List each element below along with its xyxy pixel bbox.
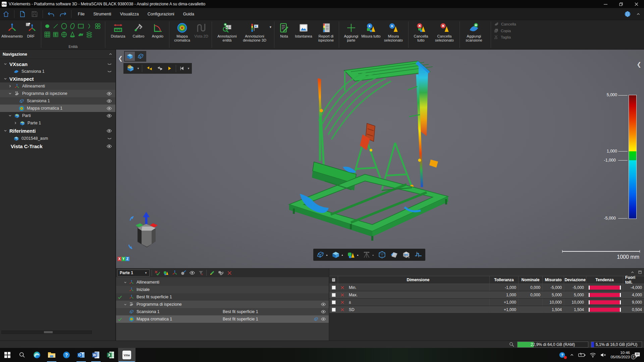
- flip-views-button[interactable]: [155, 64, 165, 73]
- previous-views-button[interactable]: [145, 64, 154, 73]
- annotations-dropdown-caret[interactable]: ▼: [269, 25, 272, 29]
- cancella-tutto-button[interactable]: Cancella tutto: [411, 21, 431, 42]
- session-state-icon[interactable]: [107, 69, 112, 74]
- cone-entity-icon[interactable]: [68, 31, 76, 39]
- parts-visibility-button[interactable]: ▲: [331, 250, 343, 259]
- sidebar-item-vxscan[interactable]: VXscan: [0, 60, 115, 68]
- eye-icon[interactable]: [106, 98, 112, 104]
- clipping-plane-button[interactable]: [390, 250, 398, 259]
- vxelements-taskbar-icon[interactable]: VXe: [118, 348, 136, 362]
- filter-button[interactable]: [198, 269, 204, 276]
- report-ispezione-button[interactable]: Report di ispezione: [315, 21, 337, 42]
- cancella-edit-button[interactable]: Cancella: [494, 21, 516, 27]
- home-icon[interactable]: [1, 10, 11, 18]
- online-globe-icon[interactable]: [624, 10, 631, 18]
- link-entity-button[interactable]: [217, 269, 224, 276]
- new-document-icon[interactable]: [17, 10, 28, 18]
- angolo-button[interactable]: Angolo: [148, 21, 167, 38]
- cross-section-button[interactable]: [402, 250, 411, 259]
- annotazioni-entita-button[interactable]: Annotazioni entità: [214, 21, 240, 42]
- tree-item-mappa-cromatica[interactable]: Mappa cromatica 1 Best fit superficie 1: [116, 315, 329, 323]
- sphere-entity-icon[interactable]: [60, 31, 68, 39]
- save-icon[interactable]: [30, 10, 40, 18]
- sidebar-item-mappa-cromatica[interactable]: Mappa cromatica 1: [0, 105, 115, 112]
- tray-help-icon[interactable]: ?: [559, 352, 566, 358]
- help-taskbar-icon[interactable]: ?: [59, 348, 74, 362]
- standard-view-button[interactable]: [125, 64, 136, 73]
- curve-entity-icon[interactable]: [85, 22, 93, 30]
- eye-icon[interactable]: [321, 309, 326, 314]
- menu-configurazioni[interactable]: Configurazioni: [143, 10, 179, 18]
- sidebar-item-vista-ctrack[interactable]: Vista C-Track: [0, 142, 115, 150]
- row-checkbox[interactable]: [332, 308, 336, 312]
- eye-icon[interactable]: [321, 302, 326, 307]
- tab-part-view[interactable]: [125, 52, 135, 61]
- pattern-entity-icon[interactable]: [94, 22, 102, 30]
- first-view-button[interactable]: [178, 64, 186, 73]
- ellipse-entity-icon[interactable]: [68, 22, 76, 30]
- table-row-plusminus[interactable]: ± +1,000 10,000 10,000 9,000: [329, 299, 644, 306]
- row-checkbox[interactable]: [332, 300, 336, 304]
- cylinder-entity-icon[interactable]: [52, 31, 60, 39]
- next-view-button[interactable]: [166, 64, 173, 73]
- allineamento-button[interactable]: Allineamento: [1, 21, 23, 38]
- tree-item-iniziale[interactable]: Iniziale: [116, 286, 329, 293]
- tray-expand-icon[interactable]: [570, 353, 574, 357]
- tree-item-scansiona1[interactable]: Scansiona 1 Best fit superficie 1: [116, 308, 329, 315]
- edge-taskbar-icon[interactable]: [30, 348, 44, 362]
- taskbar-search-button[interactable]: [15, 348, 30, 362]
- session-state-icon[interactable]: [107, 62, 112, 67]
- zoom-status-icon[interactable]: [509, 342, 515, 347]
- mappa-cromatica-button[interactable]: Mappa cromatica: [171, 21, 193, 42]
- outlook-taskbar-icon[interactable]: O: [74, 348, 89, 362]
- menu-file[interactable]: File: [73, 10, 89, 18]
- eye-icon[interactable]: [106, 106, 112, 111]
- collapse-right-panel-icon[interactable]: ❮: [637, 61, 641, 68]
- misura-tutto-button[interactable]: Misura tutto: [361, 21, 381, 38]
- aggiungi-parte-button[interactable]: Aggiungi parte: [341, 21, 361, 42]
- sidebar-item-parte1[interactable]: Parte 1: [0, 119, 115, 127]
- sidebar-item-programma-ispezione[interactable]: Programma di ispezione: [0, 90, 115, 97]
- nota-button[interactable]: Nota: [276, 21, 292, 38]
- file-explorer-taskbar-icon[interactable]: [44, 348, 59, 362]
- eye-icon[interactable]: [321, 316, 326, 322]
- cross-section-entity-icon[interactable]: [85, 31, 93, 39]
- eye-icon[interactable]: [106, 113, 112, 119]
- taskbar-clock[interactable]: 10:46 05/05/2023: [610, 351, 630, 359]
- sidebar-item-vxinspect[interactable]: VXinspect: [0, 75, 115, 82]
- navigation-cube[interactable]: [123, 210, 170, 264]
- istantanea-button[interactable]: Istantanea: [292, 21, 315, 38]
- maximize-table-icon[interactable]: [638, 270, 642, 274]
- table-list-icon[interactable]: [329, 276, 338, 284]
- sidebar-scrollbar[interactable]: [1, 330, 92, 334]
- session-state-icon[interactable]: [107, 136, 112, 141]
- table-row-sd[interactable]: SD +1,000 1,504 1,504 0,504: [329, 306, 644, 313]
- minimize-button[interactable]: [598, 0, 613, 8]
- delete-item-button[interactable]: [226, 269, 233, 276]
- redo-icon[interactable]: [58, 10, 68, 18]
- drf-button[interactable]: DRF: [23, 21, 39, 38]
- excel-taskbar-icon[interactable]: X: [103, 348, 118, 362]
- visibility-button[interactable]: [189, 269, 196, 276]
- eye-icon[interactable]: [106, 143, 112, 149]
- annotazioni-deviazione-button[interactable]: Annotazioni deviazione 3D: [240, 21, 269, 42]
- tree-item-best-fit[interactable]: Best fit superficie 1: [116, 293, 329, 301]
- point-entity-icon[interactable]: [43, 22, 51, 30]
- line-entity-icon[interactable]: [52, 22, 60, 30]
- wifi-icon[interactable]: [590, 352, 596, 358]
- entity-display-button[interactable]: [163, 269, 169, 276]
- bounding-box-button[interactable]: [378, 250, 386, 259]
- collapse-table-icon[interactable]: [630, 270, 635, 275]
- rectangle-entity-icon[interactable]: [77, 22, 85, 30]
- section-profile-button[interactable]: [414, 250, 423, 259]
- 3d-viewport[interactable]: ❮ ❮ ▼: [116, 50, 644, 268]
- circle-entity-icon[interactable]: [60, 22, 68, 30]
- tab-mesh-view[interactable]: [136, 52, 146, 61]
- eye-icon[interactable]: [106, 91, 112, 97]
- sidebar-item-parti[interactable]: Parti: [0, 112, 115, 119]
- sidebar-item-0201548-asm[interactable]: 0201548_asm: [0, 135, 115, 142]
- plane-entity-icon[interactable]: [43, 31, 51, 39]
- copia-edit-button[interactable]: Copia: [494, 28, 516, 33]
- volume-muted-icon[interactable]: [600, 352, 606, 358]
- edit-item-button[interactable]: [209, 269, 215, 276]
